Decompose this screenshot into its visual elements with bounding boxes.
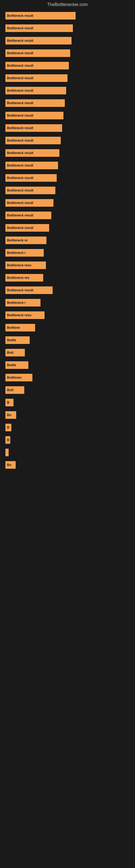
bar-row: Bottleneck resu — [5, 261, 130, 269]
bar-row: Bo — [5, 411, 130, 419]
bar-row: Bottleneck result — [5, 187, 130, 194]
result-bar: B — [5, 436, 10, 444]
bar-label: Bottleneck result — [7, 76, 33, 80]
result-bar: Bottleneck r — [5, 299, 41, 307]
bar-label: Bottleneck r — [7, 251, 26, 255]
bar-label: B — [7, 426, 9, 429]
result-bar: Bottleneck result — [5, 12, 76, 20]
bar-label: Bottleneck result — [7, 151, 33, 155]
bar-row: Bottleneck result — [5, 137, 130, 144]
result-bar: Bottleneck result — [5, 124, 62, 132]
bar-row: Bottle — [5, 361, 130, 369]
bar-row: Bottleneck result — [5, 199, 130, 207]
bar-row: Bottleneck resu — [5, 311, 130, 319]
bar-row: Bottleneck result — [5, 24, 130, 32]
result-bar: Bottleneck result — [5, 74, 68, 82]
result-bar: Bott — [5, 349, 25, 356]
result-bar: Bottleneck result — [5, 24, 73, 32]
bar-label: Bottleneck result — [7, 89, 33, 93]
bar-row: B — [5, 399, 130, 406]
result-bar: Bottleneck result — [5, 149, 59, 157]
bar-label: Bottleneck result — [7, 288, 33, 292]
bar-label: Bottleneck result — [7, 64, 33, 67]
bar-row: Bottleneck result — [5, 87, 130, 94]
bar-row: Bottleneck re — [5, 237, 130, 244]
bar-label: Bottleneck result — [7, 226, 33, 230]
result-bar: Bottleneck result — [5, 224, 49, 231]
result-bar: Bottleneck re — [5, 237, 46, 244]
bar-row: Bottleneck result — [5, 37, 130, 44]
bar-row: Bottleneck result — [5, 212, 130, 219]
bar-label: Bottleneck result — [7, 176, 33, 180]
bar-label: Bottleneck result — [7, 51, 33, 55]
bar-label: Bottleneck result — [7, 188, 33, 192]
bar-row: Bottleneck r — [5, 299, 130, 307]
result-bar: Bottle — [5, 336, 30, 344]
result-bar: Bottleneck resu — [5, 261, 46, 269]
result-bar: Bo — [5, 461, 16, 469]
bar-label: Bottleneck result — [7, 138, 33, 143]
result-bar: Bottleneck result — [5, 62, 69, 69]
bar-row: Bottleneck result — [5, 224, 130, 231]
result-bar: Bottleneck result — [5, 212, 51, 219]
result-bar: Bottlene — [5, 324, 35, 332]
bar-label: Bott — [7, 388, 13, 392]
result-bar: Bottleneck result — [5, 112, 63, 119]
result-bar: Bott — [5, 386, 24, 394]
bar-label: Bottleneck result — [7, 163, 33, 167]
result-bar: Bottleneck result — [5, 199, 53, 207]
bar-row: B — [5, 424, 130, 431]
bar-label: Bottleneck result — [7, 14, 33, 18]
bar-row: Bottleneck result — [5, 50, 130, 57]
result-bar: Bottleneck result — [5, 286, 53, 294]
bar-label: Bottleneck result — [7, 101, 33, 105]
bar-label: Bottleneck r — [7, 301, 26, 305]
bar-row: Bottleneck result — [5, 162, 130, 169]
bar-row: Bottlene — [5, 324, 130, 332]
bar-row: Bottleneck result — [5, 12, 130, 20]
site-title: TheBottlenecker.com — [0, 0, 135, 9]
bar-label: Bottleneck result — [7, 114, 33, 118]
bar-label: Bottle — [7, 363, 16, 367]
bar-row: Bottleneck result — [5, 99, 130, 107]
bar-label: Bottleneck result — [7, 39, 33, 42]
result-bar: Bottleneck result — [5, 174, 57, 182]
bar-row: Bottleneck result — [5, 174, 130, 182]
bar-row: Bottleneck result — [5, 62, 130, 69]
result-bar: B — [5, 424, 11, 431]
result-bar: Bottleneck result — [5, 162, 58, 169]
bar-row: Bottleneck result — [5, 74, 130, 82]
bars-container: Bottleneck resultBottleneck resultBottle… — [0, 9, 135, 476]
bar-label: B — [7, 438, 9, 442]
bar-label: Bottleneck result — [7, 126, 33, 130]
bar-label: Bottleneck res — [7, 276, 30, 280]
bar-row: Bott — [5, 349, 130, 356]
result-bar: Bottlenec — [5, 374, 32, 381]
result-bar: Bottleneck result — [5, 137, 61, 144]
bar-row: Bottleneck result — [5, 112, 130, 119]
bar-row: Bott — [5, 386, 130, 394]
result-bar: Bottleneck result — [5, 50, 70, 57]
bar-row — [5, 448, 130, 456]
result-bar: Bottleneck result — [5, 187, 55, 194]
bar-label: Bo — [7, 463, 11, 467]
bar-label: Bottlenec — [7, 376, 22, 379]
bar-row: Bottleneck r — [5, 249, 130, 257]
result-bar: Bo — [5, 411, 16, 419]
bar-label: Bottleneck result — [7, 214, 33, 217]
result-bar: Bottleneck r — [5, 249, 44, 257]
result-bar — [5, 448, 9, 456]
bar-row: Bottleneck result — [5, 286, 130, 294]
bar-row: Bottleneck res — [5, 274, 130, 282]
bar-label: B — [7, 401, 9, 404]
bar-label: Bo — [7, 413, 11, 417]
bar-label: Bottlene — [7, 326, 20, 330]
result-bar: B — [5, 399, 13, 406]
bar-label: Bottle — [7, 338, 16, 342]
bar-row: Bottleneck result — [5, 149, 130, 157]
bar-row: Bottleneck result — [5, 124, 130, 132]
result-bar: Bottleneck resu — [5, 311, 45, 319]
bar-label: Bottleneck re — [7, 239, 28, 242]
result-bar: Bottle — [5, 361, 28, 369]
bar-row: Bo — [5, 461, 130, 469]
